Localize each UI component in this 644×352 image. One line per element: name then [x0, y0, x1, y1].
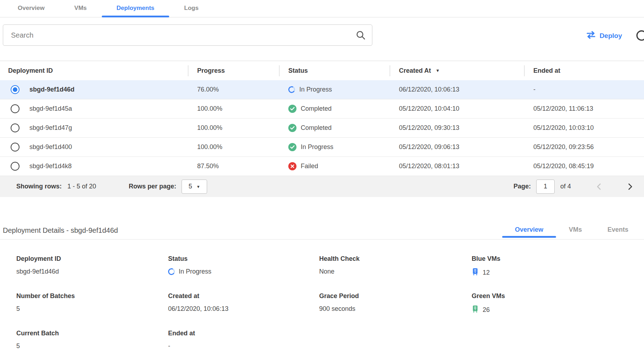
next-page-button[interactable] — [626, 182, 634, 191]
search-icon — [355, 30, 366, 42]
deployment-id: sbgd-9ef1d4k8 — [29, 163, 72, 170]
deploy-button-label: Deploy — [600, 32, 622, 40]
field-ended-at: Ended at - — [168, 330, 319, 350]
table-header-row: Deployment ID Progress Status Created At… — [0, 61, 644, 80]
tab-vms[interactable]: VMs — [60, 0, 102, 17]
check-icon — [288, 105, 296, 113]
details-tab-events[interactable]: Events — [595, 222, 641, 239]
field-grace-period: Grace Period 900 seconds — [319, 292, 472, 315]
created-at-value: 05/12/2020, 10:04:10 — [390, 105, 524, 112]
field-health-check: Health Check None — [319, 255, 472, 277]
page-number-input[interactable] — [536, 180, 555, 194]
row-radio[interactable] — [11, 123, 20, 132]
details-tab-vms[interactable]: VMs — [556, 222, 595, 239]
field-number-of-batches: Number of Batches 5 — [16, 292, 168, 315]
showing-rows-value: 1 - 5 of 20 — [67, 183, 96, 190]
progress-value: 87.50% — [188, 163, 279, 170]
field-current-batch: Current Batch 5 — [16, 330, 168, 350]
rows-per-page-select[interactable]: 5 ▼ — [182, 180, 207, 194]
refresh-button[interactable] — [635, 29, 644, 43]
deployment-id: sbgd-9ef1d400 — [29, 143, 72, 151]
created-at-value: 06/12/2020, 10:06:13 — [390, 86, 524, 93]
row-radio-selected[interactable] — [11, 85, 20, 94]
table-row[interactable]: sbgd-9ef1d45a 100.00% Completed 05/12/20… — [0, 99, 644, 119]
check-icon — [288, 124, 296, 132]
row-radio[interactable] — [11, 162, 20, 171]
deployment-id: sbgd-9ef1d46d — [29, 86, 74, 93]
toolbar: Deploy — [0, 24, 644, 53]
field-green-vms: Green VMs 26 — [472, 292, 644, 315]
details-header: Deployment Details - sbgd-9ef1d46d Overv… — [0, 222, 644, 240]
sort-desc-icon[interactable]: ▼ — [435, 68, 440, 73]
tab-overview[interactable]: Overview — [3, 0, 60, 17]
column-header-ended-at[interactable]: Ended at — [524, 61, 644, 80]
spinner-icon — [167, 268, 176, 276]
ended-at-value: 05/12/2020, 09:23:56 — [524, 143, 644, 151]
deploy-swap-icon — [586, 31, 596, 41]
created-at-value: 05/12/2020, 08:01:13 — [390, 163, 524, 170]
field-blue-vms: Blue VMs 12 — [472, 255, 644, 277]
main-tab-bar: Overview VMs Deployments Logs — [0, 0, 644, 17]
ended-at-value: 05/12/2020, 08:45:19 — [524, 163, 644, 170]
field-status: Status In Progress — [168, 255, 319, 277]
details-tab-bar: Overview VMs Events — [502, 222, 641, 239]
showing-rows-label: Showing rows: — [16, 183, 62, 190]
deployment-id: sbgd-9ef1d47g — [29, 124, 72, 132]
progress-value: 100.00% — [188, 105, 279, 112]
table-row[interactable]: sbgd-9ef1d400 100.00% In Progress 05/12/… — [0, 138, 644, 157]
status-label: Failed — [301, 163, 318, 170]
ended-at-value: - — [524, 86, 644, 93]
deployments-table: Deployment ID Progress Status Created At… — [0, 61, 644, 197]
deploy-button[interactable]: Deploy — [586, 31, 622, 41]
page-label: Page: — [513, 183, 531, 190]
column-header-created-at[interactable]: Created At ▼ — [390, 61, 524, 80]
ended-at-value: 05/12/2020, 10:03:10 — [524, 124, 644, 132]
table-row[interactable]: sbgd-9ef1d46d 76.00% In Progress 06/12/2… — [0, 80, 644, 99]
created-at-value: 05/12/2020, 09:30:13 — [390, 124, 524, 132]
column-header-progress[interactable]: Progress — [188, 61, 279, 80]
tab-deployments[interactable]: Deployments — [102, 0, 170, 17]
details-title: Deployment Details - sbgd-9ef1d46d — [3, 226, 118, 235]
chevron-down-icon: ▼ — [196, 185, 200, 189]
check-icon — [288, 143, 296, 151]
row-radio[interactable] — [11, 143, 20, 152]
status-label: In Progress — [301, 143, 333, 151]
field-created-at: Created at 06/12/2020, 10:06:13 — [168, 292, 319, 315]
vm-icon-blue — [472, 268, 479, 277]
previous-page-button[interactable] — [595, 182, 604, 191]
ended-at-value: 05/12/2020, 11:06:13 — [524, 105, 644, 112]
details-tab-overview[interactable]: Overview — [502, 222, 556, 239]
progress-value: 100.00% — [188, 143, 279, 151]
details-grid: Deployment ID sbgd-9ef1d46d Status In Pr… — [16, 255, 644, 350]
tab-logs[interactable]: Logs — [169, 0, 213, 17]
rows-per-page-label: Rows per page: — [129, 183, 176, 190]
deployment-id: sbgd-9ef1d45a — [29, 105, 72, 112]
status-label: In Progress — [299, 86, 332, 93]
search-input[interactable] — [3, 24, 372, 46]
row-radio[interactable] — [11, 104, 20, 113]
column-header-status[interactable]: Status — [279, 61, 390, 80]
failed-icon — [288, 162, 296, 170]
created-at-value: 05/12/2020, 09:06:13 — [390, 143, 524, 151]
status-label: Completed — [301, 124, 332, 132]
refresh-icon — [635, 29, 644, 42]
spinner-icon — [288, 86, 296, 94]
page-total: of 4 — [560, 183, 571, 190]
progress-value: 100.00% — [188, 124, 279, 132]
field-deployment-id: Deployment ID sbgd-9ef1d46d — [16, 255, 168, 277]
chevron-left-icon — [595, 182, 604, 191]
table-row[interactable]: sbgd-9ef1d4k8 87.50% Failed 05/12/2020, … — [0, 157, 644, 176]
chevron-right-icon — [626, 182, 634, 191]
column-header-deployment-id[interactable]: Deployment ID — [0, 61, 188, 80]
table-footer: Showing rows: 1 - 5 of 20 Rows per page:… — [0, 176, 644, 197]
vm-icon-green — [472, 305, 479, 315]
progress-value: 76.00% — [188, 86, 279, 93]
table-row[interactable]: sbgd-9ef1d47g 100.00% Completed 05/12/20… — [0, 119, 644, 138]
status-label: Completed — [301, 105, 332, 112]
